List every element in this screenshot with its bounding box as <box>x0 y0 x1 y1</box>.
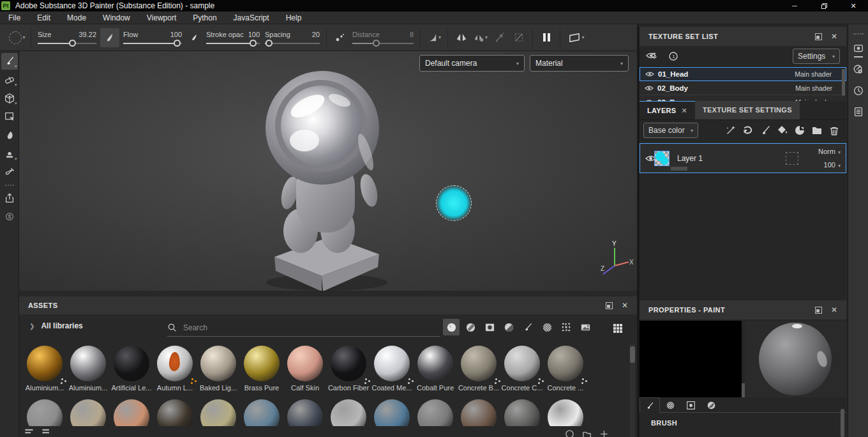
detail-view-icon[interactable] <box>41 428 51 437</box>
stencil-shape-button[interactable]: ▾ <box>9 29 26 47</box>
asset-material[interactable]: Concrete C... <box>500 346 544 392</box>
asset-material[interactable]: Aluminium... <box>23 346 66 392</box>
menu-file[interactable]: File <box>0 12 29 24</box>
filter-environments-button[interactable] <box>577 319 594 335</box>
filter-textures-button[interactable] <box>539 319 555 335</box>
pause-engine-button[interactable] <box>538 29 555 47</box>
projection-mode-button[interactable]: ▾ <box>565 29 587 47</box>
menu-window[interactable]: Window <box>94 12 138 24</box>
add-smart-material-icon[interactable] <box>725 125 737 136</box>
tab-texture-set-settings[interactable]: TEXTURE SET SETTINGS <box>695 100 800 119</box>
view-mode-grid-button[interactable] <box>610 320 626 337</box>
layer-mask-placeholder[interactable] <box>786 152 798 165</box>
asset-material[interactable]: Concrete B... <box>457 346 500 392</box>
layer-row[interactable]: Layer 1 Norm ▾ 100 ▾ <box>640 143 846 173</box>
brush-preset-button[interactable] <box>100 28 119 47</box>
close-icon[interactable]: ✕ <box>831 306 837 314</box>
properties-scrollbar[interactable] <box>841 409 844 437</box>
eye-icon[interactable] <box>645 85 654 91</box>
material-sphere-thumb[interactable] <box>114 346 149 381</box>
material-sphere-thumb[interactable] <box>331 346 366 381</box>
material-sphere-thumb[interactable] <box>504 346 540 381</box>
spacing-slider[interactable]: Spacing20 <box>265 31 320 44</box>
asset-material[interactable]: Calf Skin <box>283 346 327 392</box>
falloff-button[interactable]: ▾ <box>426 29 442 47</box>
channel-select[interactable]: Base color▾ <box>643 123 698 138</box>
list-view-icon[interactable] <box>24 428 34 437</box>
assets-scrollbar[interactable] <box>630 344 635 437</box>
undock-icon[interactable] <box>815 33 822 40</box>
display-settings-button[interactable] <box>851 42 865 56</box>
projection-tool-button[interactable]: ▾ <box>1 90 18 107</box>
eye-icon[interactable] <box>645 71 654 77</box>
filter-procedurals-button[interactable] <box>558 319 574 335</box>
menu-edit[interactable]: Edit <box>29 12 59 24</box>
filter-filters-button[interactable] <box>500 319 517 335</box>
tab-brush[interactable] <box>640 397 660 413</box>
texture-set-row[interactable]: 01_HeadMain shader <box>640 67 846 81</box>
library-selector[interactable]: All libraries <box>41 321 82 330</box>
close-button[interactable]: ✕ <box>839 0 868 12</box>
solo-visibility-icon[interactable]: 1 <box>668 52 679 61</box>
menu-help[interactable]: Help <box>278 12 310 24</box>
material-sphere-thumb[interactable] <box>548 346 583 381</box>
layer-opacity[interactable]: 100 ▾ <box>824 161 841 169</box>
add-folder-icon[interactable] <box>811 125 823 136</box>
paint-tool-button[interactable]: ▾ <box>1 53 18 70</box>
material-sphere-thumb[interactable] <box>200 346 236 381</box>
add-smart-mask-icon[interactable] <box>742 125 754 136</box>
shading-mode-select[interactable]: Material▾ <box>530 55 629 72</box>
asset-material[interactable]: Autumn L... <box>153 346 197 392</box>
minimize-button[interactable]: ─ <box>780 0 809 12</box>
filter-materials-button[interactable] <box>443 319 460 335</box>
eye-icon[interactable] <box>645 99 654 102</box>
texture-set-settings-dropdown[interactable]: Settings▾ <box>793 49 840 64</box>
layer-thumbnail[interactable] <box>654 151 670 166</box>
spacing-knob[interactable] <box>266 40 273 47</box>
search-input[interactable] <box>183 323 440 332</box>
filter-alphas-button[interactable] <box>481 319 498 335</box>
tab-alpha[interactable] <box>660 397 680 413</box>
color-picker-tool-button[interactable] <box>1 164 18 181</box>
material-sphere-thumb[interactable] <box>157 346 193 381</box>
new-folder-icon[interactable] <box>582 429 592 437</box>
close-icon[interactable]: ✕ <box>831 33 837 40</box>
flow-knob[interactable] <box>174 40 181 47</box>
rail-grip[interactable] <box>5 185 14 186</box>
layer-name[interactable]: Layer 1 <box>677 154 703 163</box>
restore-button[interactable] <box>809 0 839 12</box>
stroke-opacity-slider[interactable]: Stroke opac100 <box>206 31 260 44</box>
clone-tool-button[interactable]: ▾ <box>1 146 18 162</box>
menu-mode[interactable]: Mode <box>59 12 94 24</box>
material-sphere-thumb[interactable] <box>417 346 453 381</box>
eraser-tool-button[interactable]: ▾ <box>1 72 18 88</box>
camera-select[interactable]: Default camera▾ <box>419 55 525 72</box>
asset-material[interactable]: Coated Me... <box>370 346 414 392</box>
close-tab-icon[interactable]: ✕ <box>681 107 687 115</box>
menu-viewport[interactable]: Viewport <box>138 12 184 24</box>
flow-tip-button[interactable] <box>186 29 202 47</box>
layer-blend-mode[interactable]: Norm ▾ <box>818 148 841 155</box>
texture-set-row[interactable]: 03_BaseMain shader <box>640 95 846 101</box>
material-sphere-thumb[interactable] <box>287 346 323 381</box>
filter-smart-materials-button[interactable] <box>462 319 479 335</box>
viewport-3d[interactable]: Default camera▾ Material▾ Y X Z <box>19 51 637 291</box>
tab-stencil[interactable] <box>680 397 701 413</box>
size-slider[interactable]: Size39.22 <box>38 31 96 44</box>
add-paint-layer-icon[interactable] <box>760 125 771 136</box>
material-sphere-thumb[interactable] <box>244 346 280 381</box>
size-knob[interactable] <box>69 40 76 47</box>
filter-brushes-button[interactable] <box>520 319 536 335</box>
add-fill-layer-icon[interactable] <box>777 125 788 136</box>
material-sphere-thumb[interactable] <box>27 346 63 381</box>
add-effect-icon[interactable] <box>794 125 805 136</box>
undock-icon[interactable] <box>606 302 613 309</box>
chevron-right-icon[interactable]: ❯ <box>29 323 34 330</box>
tab-layers[interactable]: LAYERS✕ <box>640 100 695 119</box>
asset-material[interactable]: Aluminium... <box>66 346 110 392</box>
menu-python[interactable]: Python <box>184 12 225 24</box>
export-button[interactable] <box>1 190 18 206</box>
shader-settings-button[interactable] <box>851 63 865 77</box>
material-sphere-thumb[interactable] <box>461 346 497 381</box>
substance-share-button[interactable] <box>1 208 18 225</box>
